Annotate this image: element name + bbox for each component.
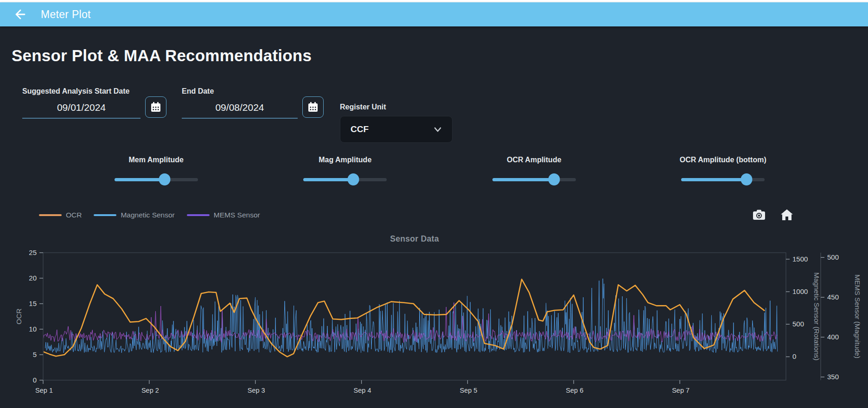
slider-col-ocr: OCR Amplitude [440,156,629,185]
slider-col-mem: Mem Amplitude [62,156,251,185]
end-date-label: End Date [182,87,324,96]
page-title: Sensor Plot & MAA Recommendations [12,46,312,65]
camera-icon [753,209,766,220]
ocr-amplitude-bottom-slider[interactable] [681,173,765,185]
sensor-chart[interactable]: 0510152025OCR050010001500Magnetic Sensor… [0,250,868,408]
end-date-value[interactable]: 09/08/2024 [182,96,298,118]
register-unit-label: Register Unit [340,103,453,111]
axis-text: Sep 5 [460,387,477,394]
axis-text: Sep 4 [354,387,371,394]
axis-text: Sep 7 [672,387,689,394]
end-date-calendar-button[interactable] [302,96,324,118]
meter-plot-page: Meter Plot Sensor Plot & MAA Recommendat… [0,0,868,408]
chart-modebar [752,208,794,222]
slider-col-mag: Mag Amplitude [251,156,440,185]
axis-text: MEMS Sensor (Magnitude) [854,274,862,358]
register-unit-select[interactable]: CCF [340,116,453,143]
axis-text: Sep 2 [141,387,159,394]
home-icon [780,209,793,221]
slider-fill [681,178,746,181]
start-date-underline [22,118,140,119]
snapshot-button[interactable] [752,208,766,222]
calendar-icon [150,101,162,113]
mems-swatch [187,214,210,216]
axis-text: 350 [827,373,839,381]
axis-text: 450 [827,293,839,301]
start-date-input[interactable]: 09/01/2024 [22,96,140,119]
slider-thumb[interactable] [548,173,560,185]
plot-area[interactable] [43,279,778,357]
mag-amplitude-label: Mag Amplitude [319,156,371,164]
axis-text: Sep 3 [248,387,265,394]
axis-text: 10 [29,325,37,333]
slider-col-ocr-bottom: OCR Amplitude (bottom) [629,156,818,185]
magnetic-swatch [94,214,116,216]
axis-text: 15 [29,300,37,307]
start-date-row: 09/01/2024 [22,96,166,119]
end-date-underline [182,118,298,119]
legend-label: MEMS Sensor [214,211,260,219]
chevron-down-icon [433,124,443,134]
chart-legend: OCR Magnetic Sensor MEMS Sensor [39,211,272,219]
slider-fill [115,178,165,181]
ocr-amplitude-label: OCR Amplitude [507,156,562,164]
axis-text: 25 [29,250,37,256]
start-date-value[interactable]: 09/01/2024 [22,96,140,118]
back-button[interactable] [10,5,29,24]
mem-amplitude-slider[interactable] [115,173,198,185]
end-date-group: End Date 09/08/2024 [182,87,324,119]
end-date-row: 09/08/2024 [182,96,324,119]
start-date-group: Suggested Analysis Start Date 09/01/2024 [22,87,166,119]
ocr-swatch [39,214,62,216]
axis-text: 500 [827,253,839,261]
axis-text: 1000 [792,287,808,295]
register-unit-group: Register Unit CCF [340,103,453,143]
magnetic-sensor-line [45,279,778,353]
sliders-row: Mem Amplitude Mag Amplitude OCR Amplitud… [62,156,817,185]
legend-label: Magnetic Sensor [121,211,174,219]
legend-item-magnetic[interactable]: Magnetic Sensor [94,211,174,219]
end-date-input[interactable]: 09/08/2024 [182,96,298,119]
mems-sensor-line [43,303,778,343]
ocr-amplitude-slider[interactable] [492,173,576,185]
axis-text: 20 [29,274,37,282]
app-bar-title: Meter Plot [41,8,91,21]
axis-text: 1500 [792,255,808,263]
start-date-calendar-button[interactable] [145,96,166,118]
axis-text: Sep 6 [566,387,583,394]
mem-amplitude-label: Mem Amplitude [128,156,184,164]
axis-text: 0 [792,352,796,360]
reset-home-button[interactable] [780,208,794,222]
axis-text: Magnetic Sensor (Rotations) [813,272,821,360]
legend-item-ocr[interactable]: OCR [39,211,82,219]
legend-item-mems[interactable]: MEMS Sensor [187,211,260,219]
axis-text: 0 [33,376,37,384]
slider-thumb[interactable] [159,173,170,185]
slider-fill [303,178,353,181]
axis-text: 5 [33,351,37,358]
chart-title: Sensor Data [43,234,786,244]
slider-thumb[interactable] [740,173,752,185]
axis-text: OCR [15,308,23,324]
start-date-label: Suggested Analysis Start Date [22,87,166,96]
register-unit-value: CCF [351,124,369,134]
axis-text: 500 [792,320,804,328]
axis-text: 400 [827,333,839,341]
axis-text: Sep 1 [35,387,53,394]
slider-fill [492,178,554,181]
mag-amplitude-slider[interactable] [303,173,387,185]
app-bar: Meter Plot [0,2,868,26]
arrow-left-icon [13,7,26,21]
legend-label: OCR [66,211,82,219]
calendar-icon [307,101,319,113]
ocr-amplitude-bottom-label: OCR Amplitude (bottom) [680,156,766,164]
slider-thumb[interactable] [348,173,359,185]
